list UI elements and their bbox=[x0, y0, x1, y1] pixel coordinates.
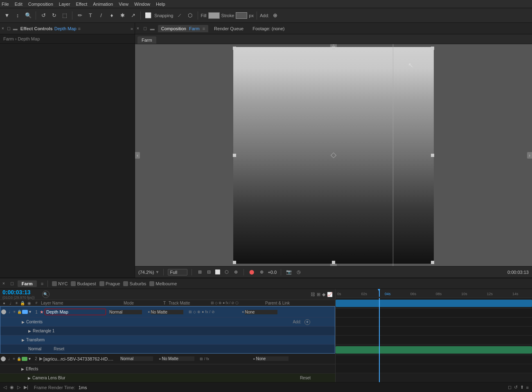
line-tool[interactable]: / bbox=[97, 11, 106, 20]
menu-edit[interactable]: Edit bbox=[15, 2, 23, 7]
layer1-audio[interactable]: ♩ bbox=[7, 310, 12, 314]
select-tool[interactable]: ▼ bbox=[2, 11, 11, 20]
menu-effect[interactable]: Effect bbox=[76, 2, 87, 7]
timeline-timecode[interactable]: 0:00:03:13 bbox=[2, 289, 35, 296]
viewer-exposure-icon[interactable]: ⊕ bbox=[258, 269, 265, 276]
handle-tr[interactable] bbox=[431, 47, 434, 50]
layer1-name-edit[interactable]: Depth Map bbox=[45, 309, 106, 315]
menu-view[interactable]: View bbox=[119, 2, 128, 7]
comp-panel-close[interactable]: × bbox=[137, 26, 139, 31]
nav-end-icon[interactable]: ▶| bbox=[24, 385, 28, 390]
menu-composition[interactable]: Composition bbox=[28, 2, 53, 7]
undo-tool[interactable]: ↺ bbox=[39, 11, 48, 20]
quality-select[interactable]: FullHalfQuarter bbox=[168, 269, 187, 276]
layer2-mode-select[interactable]: Normal bbox=[120, 356, 153, 361]
viewer-left-scroll[interactable]: ‹ bbox=[135, 152, 140, 159]
transform-expand[interactable]: ▶ bbox=[22, 338, 25, 342]
viewer-snapshot-icon[interactable]: 📷 bbox=[285, 269, 293, 276]
handle-left[interactable] bbox=[233, 154, 236, 157]
l2fx[interactable]: / fx bbox=[204, 357, 209, 361]
handle-right[interactable] bbox=[431, 154, 434, 157]
timeline-tab-farm[interactable]: Farm bbox=[18, 280, 37, 287]
viewer-color-icon[interactable]: ⬤ bbox=[248, 269, 255, 276]
left-panel-close[interactable]: × bbox=[2, 26, 4, 31]
tab-suburbs[interactable]: Suburbs bbox=[123, 281, 146, 286]
timeline-menu[interactable]: ≡ bbox=[41, 281, 43, 286]
viewer-right-scroll[interactable]: › bbox=[527, 152, 532, 159]
clb-reset-btn[interactable]: Reset bbox=[300, 376, 311, 380]
layer1-reset-btn[interactable]: Reset bbox=[54, 347, 64, 351]
layer2-solo[interactable]: ☀ bbox=[11, 357, 16, 361]
text-tool[interactable]: T bbox=[86, 11, 95, 20]
zoom-value[interactable]: (74.2%) bbox=[138, 270, 154, 275]
region-tool[interactable]: ⬚ bbox=[60, 11, 69, 20]
tab-prague[interactable]: Prague bbox=[99, 281, 120, 286]
menu-help[interactable]: Help bbox=[156, 2, 165, 7]
clb-expand[interactable]: ▶ bbox=[28, 376, 31, 380]
viewer-channels-icon[interactable]: ⊕ bbox=[232, 269, 239, 276]
stroke-color[interactable] bbox=[236, 12, 247, 19]
tab-render-queue[interactable]: Render Queue bbox=[211, 25, 247, 32]
layer2-expand[interactable]: ▼ bbox=[28, 357, 33, 361]
menu-animation[interactable]: Animation bbox=[93, 2, 113, 7]
layer1-color[interactable] bbox=[22, 310, 28, 314]
status-icon-3[interactable]: ⬆ bbox=[520, 385, 524, 390]
layer2-matte-select[interactable]: No Matte bbox=[162, 356, 194, 361]
tl-link-icon[interactable]: ⛓ bbox=[311, 292, 315, 297]
panel-expand-arrows[interactable]: » bbox=[131, 26, 133, 31]
status-icon-4[interactable]: ≡ bbox=[526, 385, 529, 390]
zoom-dropdown-icon[interactable]: ▼ bbox=[156, 270, 160, 274]
l1sw4[interactable]: ● bbox=[202, 310, 204, 314]
arrow-tool[interactable]: ↗ bbox=[128, 11, 138, 20]
l1sw7[interactable]: ⊘ bbox=[212, 310, 215, 314]
tab-composition[interactable]: Composition Farm ≡ bbox=[158, 25, 208, 32]
tab-melbourne[interactable]: Melbourne bbox=[149, 281, 177, 286]
effect-controls-menu[interactable]: ≡ bbox=[78, 26, 81, 31]
l1sw2[interactable]: ◇ bbox=[193, 310, 196, 314]
handle-tl[interactable] bbox=[233, 47, 236, 50]
layer2-parent-select[interactable]: None bbox=[256, 356, 289, 361]
nav-stop-icon[interactable]: ◉ bbox=[10, 385, 14, 390]
nav-next-icon[interactable]: ▷ bbox=[17, 385, 20, 390]
layer1-parent-select[interactable]: None bbox=[245, 310, 277, 314]
layer2-audio[interactable]: ♩ bbox=[7, 357, 11, 361]
pen-tool[interactable]: ✏ bbox=[75, 11, 84, 20]
layer2-lock[interactable]: 🔒 bbox=[16, 357, 21, 361]
snap-mode[interactable]: ⬡ bbox=[186, 11, 195, 20]
farm-sub-tab[interactable]: Farm bbox=[138, 36, 156, 44]
layer1-solo[interactable]: ☀ bbox=[12, 310, 17, 314]
timeline-search-icon[interactable]: 🔍 bbox=[42, 291, 50, 298]
viewer-guide-icon[interactable]: ⬜ bbox=[214, 269, 221, 276]
layer1-matte-select[interactable]: No Matte bbox=[151, 310, 183, 314]
menu-file[interactable]: File bbox=[2, 2, 9, 7]
snap-toggle[interactable]: ⬜ bbox=[144, 11, 153, 20]
layer1-lock[interactable]: 🔒 bbox=[17, 310, 22, 314]
redo-tool[interactable]: ↻ bbox=[50, 11, 59, 20]
tl-keyframe-icon[interactable]: ◆ bbox=[322, 292, 325, 297]
l1sw3[interactable]: ⊕ bbox=[197, 310, 201, 314]
layer1-visibility[interactable] bbox=[1, 309, 6, 314]
layer1-expand[interactable]: ▼ bbox=[28, 310, 33, 314]
layer2-visibility[interactable] bbox=[1, 356, 6, 361]
snap-icon[interactable]: ⟋ bbox=[175, 11, 184, 20]
nav-prev-icon[interactable]: ◁ bbox=[3, 385, 7, 390]
tl-compose-icon[interactable]: ⊞ bbox=[317, 292, 320, 297]
viewer-snapshot-show[interactable]: ◷ bbox=[295, 269, 302, 276]
handle-bottom[interactable] bbox=[332, 261, 335, 264]
layer-1-row[interactable]: ♩ ☀ 🔒 ▼ 1 ★ Depth Map NormalMultiplyS bbox=[0, 307, 335, 317]
move-tool[interactable]: ↕ bbox=[13, 11, 22, 20]
comp-tab-menu[interactable]: ≡ bbox=[203, 26, 205, 31]
layer-2-row[interactable]: ♩ ☀ 🔒 ▼ 2 ▶ [agricu...rci-SBV-347338762-… bbox=[0, 354, 335, 364]
layer2-color[interactable] bbox=[22, 357, 27, 361]
viewer-grid-icon[interactable]: ⊞ bbox=[196, 269, 203, 276]
tab-nyc[interactable]: NYC bbox=[52, 281, 68, 286]
handle-bl[interactable] bbox=[233, 261, 236, 264]
tab-footage[interactable]: Footage: (none) bbox=[249, 25, 288, 32]
tab-budapest[interactable]: Budapest bbox=[71, 281, 96, 286]
l1sw5[interactable]: fx bbox=[205, 310, 208, 314]
contents-expand[interactable]: ▶ bbox=[22, 320, 25, 324]
handle-top[interactable] bbox=[332, 47, 335, 50]
l2sw1[interactable]: ⊞ bbox=[200, 357, 203, 361]
handle-br[interactable] bbox=[431, 261, 434, 264]
viewer-mask-icon[interactable]: ⊟ bbox=[205, 269, 212, 276]
